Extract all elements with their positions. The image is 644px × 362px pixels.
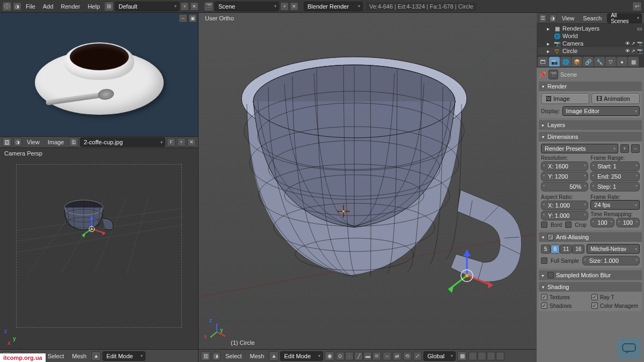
color-mgmt-checkbox[interactable] (591, 302, 598, 309)
image-menu-image[interactable]: Image (45, 138, 68, 146)
render-presets-dropdown[interactable]: Render Presets (541, 144, 618, 153)
back-to-previous-icon[interactable]: ↩ (632, 2, 642, 11)
aa-5-button[interactable]: 5 (541, 245, 551, 254)
outliner-menu-search[interactable]: Search (580, 14, 605, 23)
tab-world[interactable]: 🌐 (560, 57, 571, 67)
pivot-icon[interactable]: ⊙ (336, 352, 345, 360)
aa-11-button[interactable]: 11 (560, 245, 572, 254)
tab-constraints[interactable]: 🔗 (583, 57, 594, 67)
fps-dropdown[interactable]: 24 fps (590, 200, 640, 210)
layer-button[interactable] (478, 352, 486, 360)
sel-vertex-icon[interactable]: · (345, 352, 354, 360)
resolution-pct-field[interactable]: 50% (541, 182, 588, 191)
outliner-menu-view[interactable]: View (559, 14, 578, 23)
manip-scale-icon[interactable]: ⤢ (413, 352, 422, 360)
preset-add-icon[interactable]: + (620, 144, 629, 153)
image-editor-view[interactable]: – ▣ (0, 13, 198, 136)
aspect-y-field[interactable]: Y: 1.000 (541, 211, 588, 220)
scene-add-icon[interactable]: + (280, 2, 289, 11)
image-datablock[interactable]: 2-coffe-cup.jpg (80, 137, 165, 147)
aa-16-button[interactable]: 16 (572, 245, 584, 254)
outliner-item-camera[interactable]: ▸📷Camera👁 ↗ 📷 (538, 40, 643, 47)
outliner-item-world[interactable]: 🌐World (538, 32, 643, 40)
menu-add[interactable]: Add (40, 2, 57, 11)
orientation-dropdown[interactable]: Global (423, 351, 456, 361)
outliner-item-renderlayers[interactable]: ▸▦RenderLayers▭ (538, 25, 643, 32)
tab-object[interactable]: 📦 (572, 57, 582, 67)
editor-type-icon[interactable]: ▥ (201, 351, 210, 361)
sel-face-icon[interactable]: ▬ (363, 352, 372, 360)
scene-dropdown[interactable]: Scene (215, 2, 279, 11)
main-3d-viewport[interactable]: User Ortho (199, 13, 537, 362)
panel-dimensions-header[interactable]: Dimensions (539, 132, 642, 142)
resolution-y-field[interactable]: Y: 1200 (541, 172, 588, 181)
image-editor-type-icon[interactable]: 🖼 (2, 137, 12, 147)
view3d-menu-select[interactable]: Select (45, 352, 68, 360)
limit-sel-icon[interactable]: ⧈ (372, 352, 381, 360)
layout-add-icon[interactable]: + (180, 2, 189, 11)
tab-texture[interactable]: ▦ (628, 57, 639, 67)
remap-old-field[interactable]: 100 (590, 218, 614, 227)
chat-widget-icon[interactable] (617, 338, 641, 359)
preset-del-icon[interactable]: − (631, 144, 640, 153)
scene-icon[interactable]: 🎬 (204, 2, 214, 11)
collapse-menus-icon[interactable]: ◑ (13, 2, 21, 11)
mini-manipulator[interactable] (76, 213, 108, 245)
fake-user-button[interactable]: F (167, 138, 175, 146)
remap-new-field[interactable]: 100 (616, 218, 640, 227)
frame-end-field[interactable]: End: 250 (590, 172, 640, 181)
camera-viewport[interactable]: Camera Persp (0, 148, 198, 349)
view3d-menu-select[interactable]: Select (222, 352, 245, 360)
tab-render[interactable]: 🗔 (538, 57, 548, 67)
layers-icon[interactable]: ▦ (457, 351, 467, 361)
aa-enable-checkbox[interactable] (547, 234, 554, 240)
panel-render-header[interactable]: Render (539, 82, 642, 91)
outliner-tree[interactable]: ▸▦RenderLayers▭ 🌐World ▸📷Camera👁 ↗ 📷 ▸▽C… (537, 24, 644, 56)
collapse-icon[interactable]: – (179, 14, 187, 23)
expand-icon[interactable]: ▣ (188, 14, 197, 23)
aa-size-field[interactable]: Size: 1.000 (582, 256, 640, 265)
panel-motionblur-header[interactable]: Sampled Motion Blur (539, 270, 642, 280)
image-unlink-icon[interactable]: ✕ (187, 138, 196, 146)
crop-checkbox[interactable] (565, 221, 572, 228)
textures-checkbox[interactable] (541, 294, 547, 300)
tab-material[interactable]: ● (617, 57, 627, 67)
tab-data[interactable]: ▽ (605, 57, 616, 67)
outliner-item-circle[interactable]: ▸▽Circle👁 ↗ 📷 (538, 47, 643, 55)
manip-rotate-icon[interactable]: ⟲ (403, 352, 412, 360)
render-image-button[interactable]: 🖼Image (541, 93, 589, 104)
image-browse-icon[interactable]: 🖻 (69, 137, 78, 147)
manipulator-toggle-icon[interactable]: ↔ (383, 352, 391, 360)
panel-antialias-header[interactable]: Anti-Aliasing (539, 232, 642, 242)
border-checkbox[interactable] (541, 221, 547, 228)
layer-button[interactable] (469, 352, 477, 360)
outliner-editor-icon[interactable]: ☰ (539, 13, 547, 23)
aa-8-button[interactable]: 8 (551, 245, 560, 254)
display-dropdown[interactable]: Image Editor (562, 106, 640, 116)
panel-layers-header[interactable]: Layers (539, 120, 642, 130)
blur-enable-checkbox[interactable] (547, 272, 554, 278)
collapse-menus-icon[interactable]: ◑ (212, 352, 221, 360)
menu-help[interactable]: Help (84, 2, 103, 11)
panel-shading-header[interactable]: Shading (539, 282, 642, 292)
info-editor-icon[interactable]: ⓘ (2, 2, 12, 11)
layout-del-icon[interactable]: ✕ (190, 2, 199, 11)
view3d-menu-mesh[interactable]: Mesh (69, 352, 90, 360)
aa-filter-dropdown[interactable]: Mitchell-Netrav (587, 244, 640, 254)
tab-modifiers[interactable]: 🔧 (594, 57, 605, 67)
menu-render[interactable]: Render (57, 2, 83, 11)
collapse-menus-icon[interactable]: ◑ (13, 138, 22, 146)
scene-del-icon[interactable]: ✕ (290, 2, 298, 11)
outliner-filter-dropdown[interactable]: All Scenes (607, 13, 642, 23)
pin-icon[interactable]: 📌 (539, 71, 546, 78)
view3d-menu-mesh[interactable]: Mesh (247, 352, 268, 360)
resolution-x-field[interactable]: X: 1600 (541, 161, 588, 171)
full-sample-checkbox[interactable] (541, 257, 547, 264)
aspect-x-field[interactable]: X: 1.000 (541, 201, 588, 210)
collapse-menus-icon[interactable]: ◑ (549, 14, 557, 23)
layer-button[interactable] (487, 352, 495, 360)
render-engine-dropdown[interactable]: Blender Render (304, 2, 363, 11)
tab-scene[interactable]: 📷 (549, 57, 560, 67)
layout-dropdown[interactable]: Default (115, 2, 179, 11)
mode-dropdown[interactable]: Edit Mode (103, 351, 145, 361)
